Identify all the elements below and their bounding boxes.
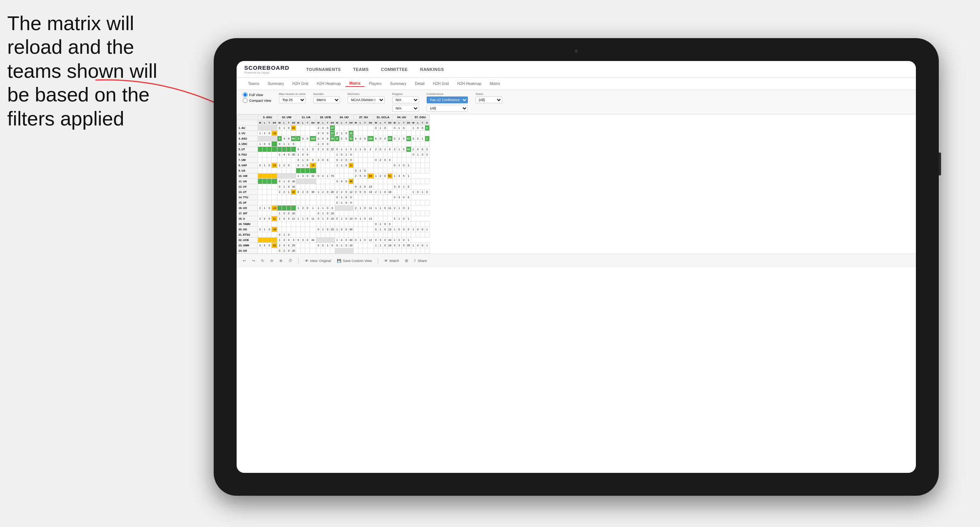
conference-filter: Conference Pac-12 Conference (All) ACC B… (427, 92, 468, 112)
subnav-players[interactable]: Players (365, 81, 385, 87)
team-label-ttu14: 14. TTU (237, 195, 258, 200)
table-row: 15. UF 0100 (237, 200, 430, 206)
watch-action[interactable]: 👁 Watch (384, 259, 399, 263)
team-label-uo16: 16. UO (237, 206, 258, 211)
sub-t-uu: T (401, 120, 406, 125)
sub-w-asu: W (258, 120, 263, 125)
subnav-h2h-grid2[interactable]: H2H Grid (429, 81, 453, 87)
team-label-ua9: 9. UA (237, 168, 258, 174)
max-teams-label: Max teams in view (279, 92, 306, 96)
region-select2[interactable]: N/A (392, 105, 419, 112)
team-label-um: 7. UM (237, 157, 258, 163)
eye-icon: 👁 (305, 259, 308, 263)
col-header-ucla: 31. UCLA (374, 115, 392, 120)
settings-icon[interactable]: ⏱ (289, 259, 292, 263)
watch-label: Watch (389, 259, 399, 263)
team-label-ua11: 11. UA (237, 179, 258, 184)
sub-dif-ucla: Dif (387, 120, 392, 125)
team-label-uo24: 24. UO (237, 248, 258, 254)
col-header-ua: 11. UA (296, 115, 316, 120)
table-row: 4. UNC 100 0110 100 (237, 141, 430, 147)
team-label-etsu21: 21. ETSU (237, 232, 258, 238)
full-view-label: Full View (249, 93, 263, 97)
subnav-summary[interactable]: Summary (264, 81, 288, 87)
nav-rankings[interactable]: RANKINGS (415, 66, 450, 73)
sub-l-uo: L (339, 120, 344, 125)
nav-committee[interactable]: COMMITTEE (376, 66, 413, 73)
sub-t-su: T (363, 120, 367, 125)
view-original-action[interactable]: 👁 View: Original (305, 259, 331, 263)
main-navigation: TOURNAMENTS TEAMS COMMITTEE RANKINGS (301, 66, 449, 73)
sub-dif-su: Dif (367, 120, 374, 125)
sub-header-blank (237, 120, 258, 125)
col-header-osu: 57. OSU (411, 115, 429, 120)
sub-t-ua: T (305, 120, 310, 125)
team-label-ug20: 20. UG (237, 227, 258, 232)
refresh-icon[interactable]: ↻ (261, 259, 264, 263)
share-icon: ⤴ (414, 259, 416, 263)
team-label-uw10: 10. UW (237, 174, 258, 179)
table-row: 6. FSU 14035 100 1010 0102 (237, 152, 430, 157)
region-select[interactable]: N/A Northeast South Midwest West (392, 96, 419, 103)
compact-view-label: Compact View (249, 99, 271, 103)
gender-select[interactable]: Men's Women's (313, 96, 340, 103)
nav-teams[interactable]: TEAMS (348, 66, 374, 73)
sub-l-asu: L (263, 120, 267, 125)
save-custom-label: Save Custom View (343, 259, 372, 263)
subnav-h2h-heatmap[interactable]: H2H Heatmap (313, 81, 345, 87)
gender-label: Gender (313, 92, 340, 96)
sub-dif-uu: Dif (406, 120, 411, 125)
zoom-in-icon[interactable]: ⊕ (279, 259, 282, 263)
table-row: 2. VU 120-12 30027 21020 (237, 131, 430, 136)
tablet-screen: SCOREBOARD Powered by clippd TOURNAMENTS… (237, 61, 916, 473)
grid-icon[interactable]: ⊞ (405, 259, 408, 263)
logo-title: SCOREBOARD (244, 64, 289, 71)
team-label-ut13: 13. UT (237, 190, 258, 195)
conference-select[interactable]: Pac-12 Conference (All) ACC Big Ten SEC (427, 96, 468, 103)
save-custom-action[interactable]: 💾 Save Custom View (337, 259, 372, 263)
subnav-teams[interactable]: Teams (244, 81, 263, 87)
undo-icon[interactable]: ↩ (243, 259, 246, 263)
matrix-table: 3. ASU 10. UW 11. UA 22. UCB 24. UO 27. … (237, 114, 430, 254)
team-label-au: 1. AU (237, 125, 258, 131)
nav-tournaments[interactable]: TOURNAMENTS (301, 66, 346, 73)
division-select[interactable]: NCAA Division I NCAA Division II NAIA (348, 96, 385, 103)
table-row: 1. AU 01023 20027 010 010 1000 (237, 125, 430, 131)
team-label-ucb22: 22. UCB (237, 238, 258, 243)
sub-l-ua: L (301, 120, 305, 125)
subnav-matrix[interactable]: Matrix (345, 80, 364, 87)
col-header-su: 27. SU (353, 115, 374, 120)
share-action[interactable]: ⤴ Share (414, 259, 427, 263)
full-view-option[interactable]: Full View (243, 92, 271, 97)
sub-dif-ua: Dif (310, 120, 316, 125)
table-row: 16. UO 210-14 1201 1100 21011 11011 2101 (237, 206, 430, 211)
subnav-h2h-heatmap2[interactable]: H2H Heatmap (453, 81, 485, 87)
conference-select2[interactable]: (All) (427, 105, 468, 112)
subnav-h2h-grid[interactable]: H2H Grid (289, 81, 312, 87)
team-select[interactable]: (All) (475, 96, 502, 103)
table-row: 12. UV 01010 02015 3010 (237, 184, 430, 190)
team-label-uf15: 15. UF (237, 200, 258, 206)
save-icon: 💾 (337, 259, 341, 263)
sub-d-osu: D (425, 120, 429, 125)
zoom-out-icon[interactable]: ⊖ (270, 259, 273, 263)
team-label-uv12: 12. UV (237, 184, 258, 190)
team-label-uaf: 8. UAF (237, 163, 258, 168)
share-label: Share (417, 259, 427, 263)
team-label-vu: 2. VU (237, 131, 258, 136)
col-header-uw: 10. UW (277, 115, 296, 120)
col-header-uu: 54. UU (392, 115, 411, 120)
top-navigation: SCOREBOARD Powered by clippd TOURNAMENTS… (237, 61, 916, 78)
subnav-matrix2[interactable]: Matrix (486, 81, 504, 87)
sub-t-ucb: T (325, 120, 330, 125)
matrix-scroll-area[interactable]: 3. ASU 10. UW 11. UA 22. UCB 24. UO 27. … (237, 114, 916, 254)
max-teams-select[interactable]: Top 25 Top 50 All (279, 96, 306, 103)
redo-icon[interactable]: ↪ (252, 259, 255, 263)
table-row: 13. UT 22122 02030 12026 22012 20019 210… (237, 190, 430, 195)
team-label-unc: 4. UNC (237, 141, 258, 147)
bottom-toolbar: ↩ ↪ ↻ ⊖ ⊕ ⏱ 👁 View: Original 💾 Save Cust… (237, 254, 916, 267)
sub-t-ucla: T (383, 120, 387, 125)
compact-view-option[interactable]: Compact View (243, 98, 271, 103)
subnav-summary2[interactable]: Summary (386, 81, 410, 87)
subnav-detail[interactable]: Detail (411, 81, 429, 87)
